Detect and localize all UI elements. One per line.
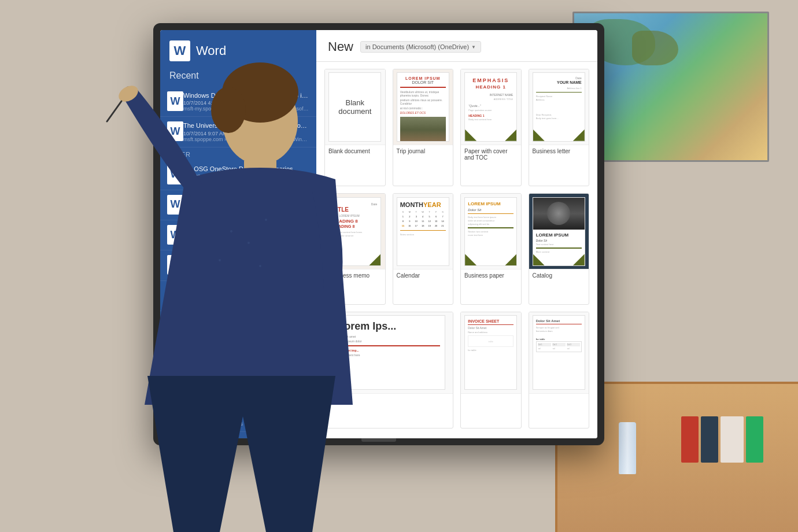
template-report[interactable]: Dolor Sit Amet Semper ac feugiat sed fer… — [529, 312, 590, 428]
template-invoice-preview: INVOICE SHEET Dolor Sit Amet Name and ad… — [461, 312, 521, 393]
doc-date-3: 9/19/2014 12:53 PM — [183, 173, 309, 179]
doc-name-6: Document (12) — [183, 255, 309, 263]
doc-info-12: Company Portal Publishing and Enrollment… — [183, 437, 309, 438]
books-on-desk — [681, 416, 763, 463]
doc-path-9: msft.spoppe.com » teams » OCD » Office B… — [183, 361, 309, 367]
doc-date-1: 10/7/2014 4:24 PM — [183, 100, 309, 106]
doc-date-8: 10/1/2014 6:17 PM — [183, 324, 309, 330]
doc-path-2: msft.spoppe.com » teams » OCD » Office B… — [183, 136, 309, 142]
doc-name-10: M2 OSG OneStore Dogfood Scenarios — [183, 376, 309, 385]
word-logo-icon: W — [169, 40, 190, 61]
recent-label: Recent — [160, 67, 316, 87]
template-memo-preview: Date TITLE THE LOREM IPSUM HEADING 8 HEA… — [325, 194, 385, 269]
word-sidebar: W Word Recent W Windows Dev Box - How to… — [160, 30, 316, 438]
doc-item-2[interactable]: W The Universal Gemini in the Threshold … — [160, 117, 316, 147]
doc-path-10: microsoft.sharepoint.com » teams » osg_o… — [183, 391, 309, 397]
template-biz-paper-preview: LOREM IPSUM Dolor Sit Body text here lor… — [461, 194, 521, 269]
doc-icon-6: W — [167, 255, 183, 275]
doc-icon-8: W — [167, 316, 183, 335]
doc-date-4: 10/1/2014 6:17 PM — [183, 204, 309, 209]
doc-icon-10: W — [167, 376, 183, 396]
document-list: W Windows Dev Box - How to Integrate UG … — [160, 87, 316, 438]
doc-item-3[interactable]: W M2 OSG OneStore Dogfood Scenarios 9/19… — [160, 160, 316, 190]
main-header: New in Documents (Microsoft) (OneDrive) … — [316, 30, 597, 62]
monitor-screen: W Word Recent W Windows Dev Box - How to… — [160, 30, 597, 438]
template-blank-label: Blank document — [325, 145, 385, 157]
doc-date-2: 10/7/2014 9:07 AM — [183, 131, 309, 136]
doc-name-1: Windows Dev Box - How to Integrate UG in… — [183, 91, 309, 99]
doc-info-7: Document (10) 10/1/2014 8:20 PM J. Eric … — [183, 286, 309, 306]
doc-icon-9: W — [167, 346, 183, 365]
doc-item-1[interactable]: W Windows Dev Box - How to Integrate UG … — [160, 87, 316, 117]
doc-name-12: Company Portal Publishing and Enrollment… — [183, 437, 309, 438]
doc-icon-3: W — [167, 165, 183, 184]
book-green — [746, 416, 763, 463]
template-trip-journal[interactable]: LOREM IPSUM DOLOR SIT Vestibulum ultrice… — [393, 69, 454, 186]
doc-icon-2: W — [167, 121, 183, 141]
template-business-paper[interactable]: LOREM IPSUM Dolor Sit Body text here lor… — [460, 193, 522, 304]
doc-item-9[interactable]: W To install Threshold on you Intel base… — [160, 341, 316, 371]
monitor-frame: W Word Recent W Windows Dev Box - How to… — [153, 23, 604, 445]
doc-icon-4: W — [167, 195, 183, 215]
doc-icon-1: W — [167, 91, 183, 111]
doc-name-4: Document (11) — [183, 195, 309, 203]
book-red — [681, 416, 699, 463]
new-label: New — [328, 39, 353, 54]
template-blank-preview: Blank document — [325, 69, 385, 145]
doc-path-3: microsoft.sharepoint.com » teams » osg_o… — [183, 179, 309, 185]
doc-path-6: J. Eric Josephson's OneDrive » https » d… — [183, 270, 309, 276]
doc-item-12[interactable]: W Company Portal Publishing and Enrollme… — [160, 432, 316, 438]
doc-item-11[interactable]: W RO - Automating Universal Publication … — [160, 402, 316, 432]
location-selector[interactable]: in Documents (Microsoft) (OneDrive) ▼ — [360, 41, 481, 53]
book-dark — [701, 416, 718, 463]
template-invoice[interactable]: INVOICE SHEET Dolor Sit Amet Name and ad… — [460, 312, 522, 428]
doc-path-11: msft.spoppe.com » teams » Capex » Projec… — [183, 421, 309, 427]
template-blank[interactable]: Blank document Blank document — [324, 69, 386, 186]
template-catalog[interactable]: LOREM IPSUM Dolor Sit Text content here … — [529, 193, 590, 304]
doc-item-8[interactable]: W Document (11) 10/1/2014 6:17 PM J. Eri… — [160, 311, 316, 341]
template-calendar-preview: MONTHYEAR S M T W T F S 1 — [393, 194, 453, 269]
doc-icon-11: W — [167, 407, 183, 426]
template-biz-paper-label: Business paper — [461, 269, 521, 282]
template-memo-label: Business memo — [325, 269, 385, 282]
template-letter-preview: Date YOUR NAME Address line 1 Recipient … — [529, 69, 589, 145]
doc-name-2: The Universal Gemini in the Threshold bo… — [183, 121, 309, 130]
doc-item-5[interactable]: W RO - Automating Universal Publication … — [160, 220, 316, 250]
doc-name-11: RO - Automating Universal Publication Re… — [183, 407, 309, 415]
doc-info-10: M2 OSG OneStore Dogfood Scenarios 9/18/2… — [183, 376, 309, 397]
doc-item-10[interactable]: W M2 OSG OneStore Dogfood Scenarios 9/18… — [160, 372, 316, 402]
doc-info-3: M2 OSG OneStore Dogfood Scenarios 9/19/2… — [183, 165, 309, 185]
doc-item-4[interactable]: W Document (11) 10/1/2014 6:17 PM J. Eri… — [160, 190, 316, 220]
template-trip-label: Trip journal — [393, 145, 453, 157]
doc-name-3: M2 OSG OneStore Dogfood Scenarios — [183, 165, 309, 173]
template-catalog-preview: LOREM IPSUM Dolor Sit Text content here … — [529, 194, 589, 269]
doc-name-7: Document (10) — [183, 286, 309, 294]
doc-path-5: msft.spoppe.com » teams » Capex » Projec… — [183, 239, 309, 245]
template-catalog-label: Catalog — [529, 269, 589, 282]
doc-name-8: Document (11) — [183, 316, 309, 324]
doc-info-4: Document (11) 10/1/2014 6:17 PM J. Eric … — [183, 195, 309, 215]
doc-item-7[interactable]: W Document (10) 10/1/2014 8:20 PM J. Eri… — [160, 281, 316, 311]
template-report-preview: Dolor Sit Amet Semper ac feugiat sed fer… — [529, 312, 589, 393]
doc-info-9: To install Threshold on you Intel based … — [183, 346, 309, 366]
word-logo-area: W Word — [160, 30, 316, 67]
word-main-content: New in Documents (Microsoft) (OneDrive) … — [316, 30, 597, 438]
dropdown-arrow-icon: ▼ — [471, 45, 476, 50]
template-business-letter[interactable]: Date YOUR NAME Address line 1 Recipient … — [529, 69, 590, 186]
template-report-label — [529, 393, 589, 406]
doc-info-2: The Universal Gemini in the Threshold bo… — [183, 121, 309, 142]
doc-info-5: RO - Automating Universal Publication Re… — [183, 225, 309, 245]
location-text: in Documents (Microsoft) (OneDrive) — [365, 43, 469, 50]
doc-icon-7: W — [167, 286, 183, 305]
template-paper-cover[interactable]: EMPHASIS HEADING 1 INTERNET NAME ADDRESS… — [460, 69, 522, 186]
template-business-memo[interactable]: Date TITLE THE LOREM IPSUM HEADING 8 HEA… — [324, 193, 386, 304]
doc-name-5: RO - Automating Universal Publication Re… — [183, 225, 309, 233]
template-calendar[interactable]: MONTHYEAR S M T W T F S 1 — [393, 193, 454, 304]
doc-item-6[interactable]: W Document (12) 10/1/2014 6:23 PM J. Eri… — [160, 250, 316, 280]
template-letter-label: Business letter — [529, 145, 589, 157]
template-lorem-label — [325, 393, 453, 406]
doc-info-1: Windows Dev Box - How to Integrate UG in… — [183, 91, 309, 112]
template-calendar-label: Calendar — [393, 269, 453, 282]
doc-path-1: msft-my.spoppe.com » personal » ericjose… — [183, 106, 309, 112]
template-lorem[interactable]: Lorem Ips... Dolor sit amet Lorem ipsum … — [324, 312, 453, 428]
